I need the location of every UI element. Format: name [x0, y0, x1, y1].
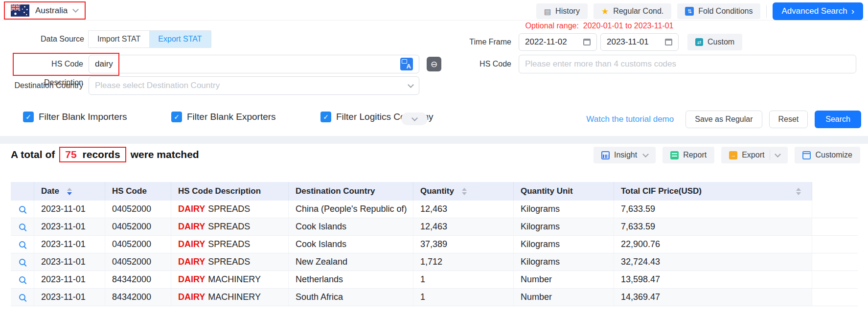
calendar-icon — [665, 39, 672, 45]
hs-code-input[interactable] — [525, 59, 850, 69]
history-button[interactable]: ▤ History — [536, 3, 588, 19]
reset-button[interactable]: Reset — [769, 111, 808, 128]
fold-conditions-button[interactable]: ⇅ Fold Conditions — [677, 3, 760, 19]
records-word: records — [83, 149, 120, 160]
star-icon: ★ — [601, 7, 609, 16]
date-start-value: 2022-11-02 — [525, 37, 579, 47]
th-quantity[interactable]: Quantity — [413, 182, 514, 201]
optional-range-value: 2020-01-01 to 2023-11-01 — [583, 22, 674, 30]
cell-actions — [812, 271, 858, 288]
tutorial-demo-link[interactable]: Watch the tutorial demo — [586, 114, 674, 124]
checkbox-filter-blank-importers[interactable]: ✓ Filter Blank Importers — [23, 112, 127, 122]
table-row: 2023-11-0104052000DAIRYSPREADSChina (Peo… — [11, 201, 858, 218]
custom-range-icon: ⇄ — [695, 38, 703, 46]
row-detail-search-icon[interactable] — [19, 224, 25, 230]
hs-code-label: HS Code — [438, 55, 511, 73]
report-label: Report — [683, 151, 707, 159]
tab-export-stat[interactable]: Export STAT — [149, 31, 210, 47]
cell-detail — [11, 218, 34, 235]
checkbox-checked-icon[interactable]: ✓ — [171, 112, 182, 122]
sort-icon[interactable] — [67, 188, 72, 195]
cell-destination-country: China (People's Republic of) — [289, 201, 413, 218]
sort-icon[interactable] — [796, 188, 801, 195]
cell-hs-code: 84342000 — [105, 289, 171, 306]
insight-button[interactable]: Insight — [594, 147, 656, 163]
desc-rest: MACHINERY — [208, 292, 261, 302]
cell-total-cif-price: 13,598.47 — [614, 271, 812, 288]
th-actions — [812, 182, 858, 201]
cell-actions — [812, 201, 858, 218]
translate-icon[interactable]: A — [400, 58, 413, 70]
row-detail-search-icon[interactable] — [19, 206, 25, 212]
history-icon: ▤ — [544, 8, 551, 15]
custom-range-button[interactable]: ⇄ Custom — [687, 34, 742, 50]
checkbox-label: Filter Blank Importers — [39, 112, 127, 122]
sort-icon[interactable] — [462, 188, 467, 195]
regular-cond-button[interactable]: ★ Regular Cond. — [594, 3, 671, 19]
chevron-down-icon — [642, 151, 649, 158]
chevron-right-icon: › — [851, 6, 854, 16]
table-row: 2023-11-0184342000DAIRYMACHINERYNetherla… — [11, 271, 858, 289]
cell-destination-country: Cook Islands — [289, 236, 413, 253]
table-body: 2023-11-0104052000DAIRYSPREADSChina (Peo… — [11, 201, 858, 306]
cell-hs-desc: DAIRYSPREADS — [171, 253, 289, 271]
cell-actions — [812, 236, 858, 253]
cell-hs-code: 04052000 — [105, 201, 171, 218]
cell-hs-desc: DAIRYMACHINERY — [171, 271, 289, 288]
destination-select[interactable]: Please select Destination Country — [89, 76, 419, 95]
cell-destination-country: Cook Islands — [289, 218, 413, 235]
customize-label: Customize — [815, 151, 852, 159]
cell-date: 2023-11-01 — [34, 289, 105, 306]
th-date[interactable]: Date — [34, 182, 105, 201]
desc-rest: MACHINERY — [208, 274, 261, 285]
save-as-regular-button[interactable]: Save as Regular — [685, 111, 762, 128]
checkbox-label: Filter Blank Exporters — [187, 112, 276, 122]
th-empty — [11, 182, 34, 201]
row-detail-search-icon[interactable] — [19, 294, 25, 300]
time-frame-label: Time Frame — [438, 33, 511, 51]
th-total-cif-price[interactable]: Total CIF Price(USD) — [614, 182, 812, 201]
record-count: 75 — [65, 149, 76, 160]
cell-quantity-unit: Number — [514, 289, 614, 306]
checkbox-checked-icon[interactable]: ✓ — [320, 112, 331, 122]
date-end-input[interactable]: 2023-11-01 — [600, 33, 679, 51]
topbar-actions: ▤ History ★ Regular Cond. ⇅ Fold Conditi… — [536, 2, 863, 20]
export-icon: → — [729, 151, 737, 159]
advanced-search-button[interactable]: Advanced Search › — [773, 2, 863, 20]
summary-prefix: A total of — [11, 149, 55, 160]
th-total-cif-price-label: Total CIF Price(USD) — [621, 186, 702, 196]
desc-rest: SPREADS — [208, 239, 250, 249]
hs-desc-input[interactable] — [95, 59, 396, 69]
table-row: 2023-11-0104052000DAIRYSPREADSCook Islan… — [11, 236, 858, 253]
expand-conditions-button[interactable] — [401, 113, 428, 125]
advanced-search-label: Advanced Search — [781, 6, 847, 16]
row-detail-search-icon[interactable] — [19, 276, 25, 283]
search-button[interactable]: Search — [815, 111, 861, 128]
tab-import-stat[interactable]: Import STAT — [89, 31, 149, 47]
fold-icon: ⇅ — [685, 7, 694, 16]
customize-button[interactable]: Customize — [795, 147, 860, 163]
chevron-down-icon — [72, 6, 79, 13]
desc-highlight: DAIRY — [178, 239, 205, 249]
row-detail-search-icon[interactable] — [19, 259, 25, 265]
chevron-down-icon[interactable] — [775, 151, 781, 158]
row-detail-search-icon[interactable] — [19, 241, 25, 248]
checkbox-filter-blank-exporters[interactable]: ✓ Filter Blank Exporters — [171, 112, 276, 122]
cell-destination-country: South Africa — [289, 289, 413, 306]
desc-rest: SPREADS — [208, 204, 250, 214]
cell-hs-desc: DAIRYSPREADS — [171, 218, 289, 235]
report-button[interactable]: Report — [662, 147, 714, 163]
export-button[interactable]: → Export — [721, 147, 788, 163]
date-start-input[interactable]: 2022-11-02 — [519, 33, 597, 51]
checkbox-checked-icon[interactable]: ✓ — [23, 112, 34, 122]
topbar: Australia ▤ History ★ Regular Cond. ⇅ Fo… — [0, 0, 868, 21]
table-row: 2023-11-0104052000DAIRYSPREADSCook Islan… — [11, 218, 858, 236]
cell-date: 2023-11-01 — [34, 218, 105, 235]
cell-quantity-unit: Kilograms — [514, 253, 614, 271]
hs-desc-input-wrap: A — [89, 55, 419, 73]
desc-highlight: DAIRY — [178, 204, 205, 214]
cell-detail — [11, 201, 34, 218]
regular-cond-label: Regular Cond. — [613, 7, 663, 16]
country-selector[interactable]: Australia — [4, 1, 86, 20]
th-hs-desc: HS Code Description — [171, 182, 289, 201]
